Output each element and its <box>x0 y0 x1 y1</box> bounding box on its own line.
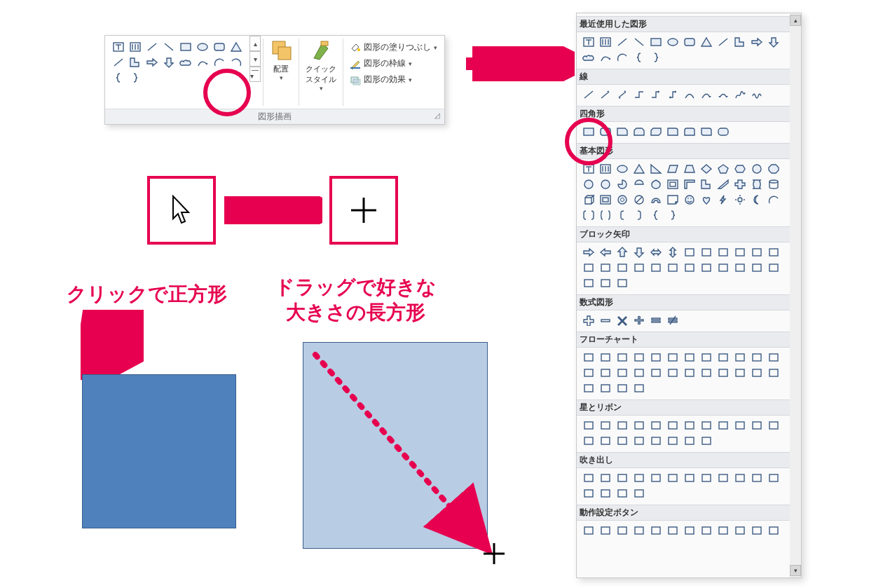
shape-double-brace[interactable] <box>598 208 613 222</box>
shape-plus[interactable] <box>581 313 596 327</box>
shape-line-alt[interactable] <box>631 35 647 49</box>
shape-collate[interactable] <box>682 366 697 380</box>
shape-action-movie[interactable] <box>699 524 714 538</box>
shape-explosion1[interactable] <box>581 418 596 432</box>
shape-data[interactable] <box>631 350 647 364</box>
shape-arrow-left[interactable] <box>598 245 613 259</box>
shape-cube[interactable] <box>581 193 596 207</box>
shape-merge[interactable] <box>732 366 748 380</box>
shape-curve[interactable] <box>682 88 697 102</box>
shape-brace-right[interactable] <box>128 71 143 85</box>
shape-oval[interactable] <box>615 162 630 176</box>
shape-callout-right[interactable] <box>732 261 748 275</box>
shape-line[interactable] <box>144 40 160 54</box>
quick-style-button[interactable]: クイック スタイル ▾ <box>301 36 341 109</box>
shape-card[interactable] <box>615 366 630 380</box>
shape-punched-tape[interactable] <box>631 366 647 380</box>
shape-l-shape[interactable] <box>128 55 143 69</box>
shape-u-turn[interactable] <box>749 245 765 259</box>
shape-double-bracket[interactable] <box>581 208 596 222</box>
shape-wave[interactable] <box>682 434 697 448</box>
shape-parallelogram[interactable] <box>665 162 680 176</box>
shape-connector-curve[interactable] <box>195 55 210 69</box>
shape-heptagon[interactable] <box>749 162 765 176</box>
shape-right-brace[interactable] <box>665 208 680 222</box>
shape-vertical-scroll[interactable] <box>648 434 664 448</box>
shape-star8[interactable] <box>682 418 697 432</box>
shape-predefined[interactable] <box>648 350 664 364</box>
shape-line-callout3[interactable] <box>682 471 697 485</box>
shape-multi-doc[interactable] <box>699 350 714 364</box>
shape-off-page[interactable] <box>598 366 613 380</box>
shape-can[interactable] <box>766 177 781 191</box>
shape-action-blank[interactable] <box>766 524 781 538</box>
shape-left-brace[interactable] <box>648 208 664 222</box>
shape-preparation[interactable] <box>732 350 748 364</box>
shape-round-all[interactable] <box>716 125 731 139</box>
shape-round-rect-callout[interactable] <box>598 471 613 485</box>
shape-ribbon-up[interactable] <box>581 434 596 448</box>
shape-arc[interactable] <box>212 55 227 69</box>
shape-line-callout2-border-accent[interactable] <box>615 486 630 500</box>
shape-star16[interactable] <box>732 418 748 432</box>
shape-cloud[interactable] <box>178 55 193 69</box>
shape-sort[interactable] <box>699 366 714 380</box>
shape-picture-placeholder[interactable] <box>598 162 613 176</box>
shape-chord[interactable] <box>631 177 647 191</box>
shape-plus-arrow[interactable] <box>598 276 613 290</box>
shape-magnetic-disk[interactable] <box>598 381 613 395</box>
shape-lrud[interactable] <box>699 245 714 259</box>
shape-manual-input[interactable] <box>749 350 765 364</box>
shape-pentagon[interactable] <box>716 162 731 176</box>
shape-snip-same[interactable] <box>631 125 647 139</box>
shape-cross-arrow[interactable] <box>581 276 596 290</box>
shape-donut[interactable] <box>615 193 630 207</box>
shape-text-box[interactable] <box>581 162 596 176</box>
shape-brace-left[interactable] <box>111 71 126 85</box>
shape-notched-right[interactable] <box>682 261 697 275</box>
shape-oval[interactable] <box>195 40 210 54</box>
shape-striped-right[interactable] <box>665 261 680 275</box>
shape-picture-placeholder[interactable] <box>598 35 613 49</box>
shape-block-arc[interactable] <box>648 193 664 207</box>
shape-equal[interactable] <box>648 313 664 327</box>
shape-not-equal[interactable] <box>665 313 680 327</box>
shape-action-home[interactable] <box>648 524 664 538</box>
shape-text-box[interactable] <box>581 35 596 49</box>
shape-or[interactable] <box>665 366 680 380</box>
shape-callout-lr[interactable] <box>749 261 765 275</box>
shape-arrow-right[interactable] <box>144 55 160 69</box>
shape-line-callout2-accent[interactable] <box>716 471 731 485</box>
shape-left-bracket[interactable] <box>615 208 630 222</box>
shape-action-end[interactable] <box>631 524 647 538</box>
shape-round-single[interactable] <box>665 125 680 139</box>
shape-arrow-down[interactable] <box>631 245 647 259</box>
shape-rectangle[interactable] <box>648 35 664 49</box>
shape-half-frame[interactable] <box>682 177 697 191</box>
shape-line-alt[interactable] <box>161 40 177 54</box>
shape-action-forward[interactable] <box>598 524 613 538</box>
shape-brace-left[interactable] <box>631 50 647 64</box>
shape-triangle[interactable] <box>699 35 714 49</box>
shape-minus[interactable] <box>598 313 613 327</box>
shape-direct-access[interactable] <box>615 381 630 395</box>
shape-effects-button[interactable]: 図形の効果 ▾ <box>350 74 440 86</box>
shape-divide[interactable] <box>631 313 647 327</box>
shape-action-sound[interactable] <box>732 524 748 538</box>
shape-line-arrow[interactable] <box>598 88 613 102</box>
shape-pie[interactable] <box>615 177 630 191</box>
shape-star4[interactable] <box>615 418 630 432</box>
shape-octagon[interactable] <box>766 162 781 176</box>
shape-oval[interactable] <box>665 35 680 49</box>
shape-right-triangle[interactable] <box>648 162 664 176</box>
shape-scribble[interactable] <box>749 88 765 102</box>
shape-line-double-arrow[interactable] <box>615 88 630 102</box>
shape-arc[interactable] <box>766 193 781 207</box>
shape-triangle[interactable] <box>631 162 647 176</box>
shape-decision[interactable] <box>615 350 630 364</box>
shape-brace-right[interactable] <box>648 50 664 64</box>
shape-elbow[interactable] <box>631 88 647 102</box>
shape-arrow-up[interactable] <box>615 245 630 259</box>
shape-pentagon-arrow[interactable] <box>699 261 714 275</box>
shape-line-callout2-noborder[interactable] <box>766 471 781 485</box>
